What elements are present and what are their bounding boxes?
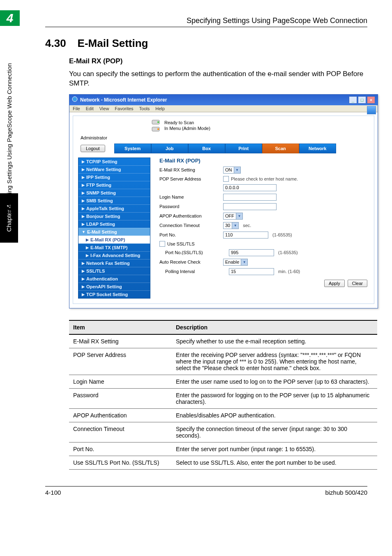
table-row: POP Server AddressEnter the receiving PO… bbox=[69, 348, 377, 375]
login-name-input[interactable] bbox=[223, 194, 277, 201]
table-cell-item: E-Mail RX Setting bbox=[69, 334, 172, 348]
menu-view[interactable]: View bbox=[99, 106, 109, 111]
port-input[interactable] bbox=[223, 232, 268, 239]
section-number: 4.30 bbox=[45, 37, 66, 50]
table-cell-item: Use SSL/TLS Port No. (SSL/TLS) bbox=[69, 456, 172, 469]
menu-favorites[interactable]: Favorites bbox=[115, 106, 133, 111]
ssl-label: Use SSL/TLS bbox=[167, 241, 195, 246]
sidebar: ▶TCP/IP Setting ▶NetWare Setting ▶IPP Se… bbox=[78, 158, 150, 299]
use-ssl-checkbox[interactable]: Use SSL/TLS bbox=[159, 241, 195, 247]
pop-address-input[interactable] bbox=[223, 184, 277, 191]
sidebar-item-tcpip[interactable]: ▶TCP/IP Setting bbox=[78, 158, 150, 165]
tab-system[interactable]: System bbox=[114, 144, 151, 153]
sidebar-item-authentication[interactable]: ▶Authentication bbox=[78, 275, 150, 283]
sidebar-item-email[interactable]: ▼E-Mail Setting bbox=[78, 228, 150, 236]
conn-label: Connection Timeout bbox=[159, 223, 219, 228]
sslport-input[interactable] bbox=[229, 249, 274, 256]
table-cell-description: Enter the user name used to log on to th… bbox=[172, 375, 377, 388]
sidebar-item-ipp[interactable]: ▶IPP Setting bbox=[78, 173, 150, 181]
table-cell-item: Connection Timeout bbox=[69, 422, 172, 442]
sidebar-item-ftp[interactable]: ▶FTP Setting bbox=[78, 181, 150, 189]
menu-tools[interactable]: Tools bbox=[139, 106, 150, 111]
table-cell-item: POP Server Address bbox=[69, 348, 172, 375]
conn-timeout-select[interactable]: 30▼ bbox=[223, 222, 239, 229]
table-row: Use SSL/TLS Port No. (SSL/TLS)Select to … bbox=[69, 456, 377, 469]
sidebar-item-bonjour[interactable]: ▶Bonjour Setting bbox=[78, 212, 150, 220]
apply-button[interactable]: Apply bbox=[324, 280, 345, 287]
detail-title: E-Mail RX (POP) bbox=[159, 158, 369, 164]
sidebar-item-ssltls[interactable]: ▶SSL/TLS bbox=[78, 267, 150, 275]
sidebar-item-email-rx[interactable]: ▶E-Mail RX (POP) bbox=[78, 236, 150, 243]
tab-job[interactable]: Job bbox=[151, 144, 188, 153]
table-row: Login NameEnter the user name used to lo… bbox=[69, 375, 377, 388]
select-value: OFF bbox=[225, 213, 234, 218]
tab-print[interactable]: Print bbox=[225, 144, 262, 153]
logout-button[interactable]: Logout bbox=[81, 145, 105, 152]
login-label: Login Name bbox=[159, 195, 219, 199]
browser-window: Network - Microsoft Internet Explorer _ … bbox=[69, 94, 378, 308]
sidebar-label: E-Mail TX (SMTP) bbox=[90, 245, 127, 250]
svg-point-4 bbox=[157, 128, 159, 130]
svg-point-2 bbox=[157, 121, 159, 123]
sidebar-item-networkfax[interactable]: ▶Network Fax Setting bbox=[78, 259, 150, 267]
sidebar-label: TCP Socket Setting bbox=[86, 292, 128, 297]
conn-unit: sec. bbox=[243, 223, 251, 228]
sidebar-label: Bonjour Setting bbox=[86, 214, 120, 219]
sidebar-item-email-tx[interactable]: ▶E-Mail TX (SMTP) bbox=[78, 243, 150, 251]
rx-label: E-Mail RX Setting bbox=[159, 167, 219, 172]
table-cell-description: Enables/disables APOP authentication. bbox=[172, 408, 377, 422]
sidebar-item-smb[interactable]: ▶SMB Setting bbox=[78, 197, 150, 204]
printer-status-icon bbox=[151, 119, 160, 132]
menu-help[interactable]: Help bbox=[155, 106, 165, 111]
sidebar-item-appletalk[interactable]: ▶AppleTalk Setting bbox=[78, 204, 150, 212]
password-input[interactable] bbox=[223, 203, 277, 210]
sidebar-item-netware[interactable]: ▶NetWare Setting bbox=[78, 165, 150, 173]
sidebar-item-tcpsocket[interactable]: ▶TCP Socket Setting bbox=[78, 290, 150, 298]
checkbox-icon bbox=[159, 241, 165, 247]
svg-point-0 bbox=[72, 97, 77, 102]
tab-network[interactable]: Network bbox=[299, 144, 336, 153]
sidebar-label: SMB Setting bbox=[86, 198, 113, 203]
table-cell-description: Select to use SSL/TLS. Also, enter the p… bbox=[172, 456, 377, 469]
sidebar-label: IPP Setting bbox=[86, 175, 110, 180]
sidebar-item-openapi[interactable]: ▶OpenAPI Setting bbox=[78, 283, 150, 290]
chapter-badge: 4 bbox=[0, 10, 20, 26]
clear-button[interactable]: Clear bbox=[348, 280, 367, 287]
port-label: Port No. bbox=[159, 232, 219, 237]
pop-hostname-checkbox[interactable]: Please check to enter host name. bbox=[223, 176, 298, 182]
sidebar-item-snmp[interactable]: ▶SNMP Setting bbox=[78, 189, 150, 197]
port-range: (1-65535) bbox=[272, 232, 292, 237]
section-title: E-Mail Setting bbox=[78, 37, 148, 50]
table-cell-description: Enter the server port number (input rang… bbox=[172, 442, 377, 456]
minimize-button[interactable]: _ bbox=[349, 96, 357, 104]
close-button[interactable]: × bbox=[367, 96, 375, 104]
sslport-range: (1-65535) bbox=[278, 250, 298, 255]
tab-scan[interactable]: Scan bbox=[262, 144, 299, 153]
body-text: You can specify the settings to perform … bbox=[69, 70, 367, 88]
sidebar-item-ldap[interactable]: ▶LDAP Setting bbox=[78, 220, 150, 228]
auto-receive-select[interactable]: Enable▼ bbox=[223, 259, 248, 266]
window-title: Network - Microsoft Internet Explorer bbox=[80, 97, 167, 103]
status-ready: Ready to Scan bbox=[164, 120, 210, 125]
poll-input[interactable] bbox=[229, 268, 274, 275]
sidebar-label: SNMP Setting bbox=[86, 190, 116, 195]
rx-select[interactable]: ON▼ bbox=[223, 167, 241, 174]
menu-edit[interactable]: Edit bbox=[86, 106, 94, 111]
sidebar-label: Authentication bbox=[86, 276, 118, 281]
select-value: Enable bbox=[225, 259, 239, 264]
subsection-title: E-Mail RX (POP) bbox=[69, 57, 367, 65]
table-cell-description: Enter the receiving POP server address (… bbox=[172, 348, 377, 375]
status-mode: In Menu (Admin Mode) bbox=[164, 126, 210, 131]
sidebar-label: LDAP Setting bbox=[86, 222, 115, 227]
sidebar-item-ifax[interactable]: ▶I-Fax Advanced Setting bbox=[78, 251, 150, 259]
sidebar-label: SSL/TLS bbox=[86, 269, 105, 273]
tab-box[interactable]: Box bbox=[188, 144, 225, 153]
menu-file[interactable]: File bbox=[73, 106, 80, 111]
table-cell-description: Enter the password for logging on to the… bbox=[172, 388, 377, 408]
apop-select[interactable]: OFF▼ bbox=[223, 213, 243, 220]
select-value: 30 bbox=[225, 223, 230, 228]
table-cell-item: Port No. bbox=[69, 442, 172, 456]
maximize-button[interactable]: □ bbox=[358, 96, 366, 104]
table-row: Connection TimeoutSpecify the connection… bbox=[69, 422, 377, 442]
footer-model: bizhub 500/420 bbox=[325, 489, 367, 496]
